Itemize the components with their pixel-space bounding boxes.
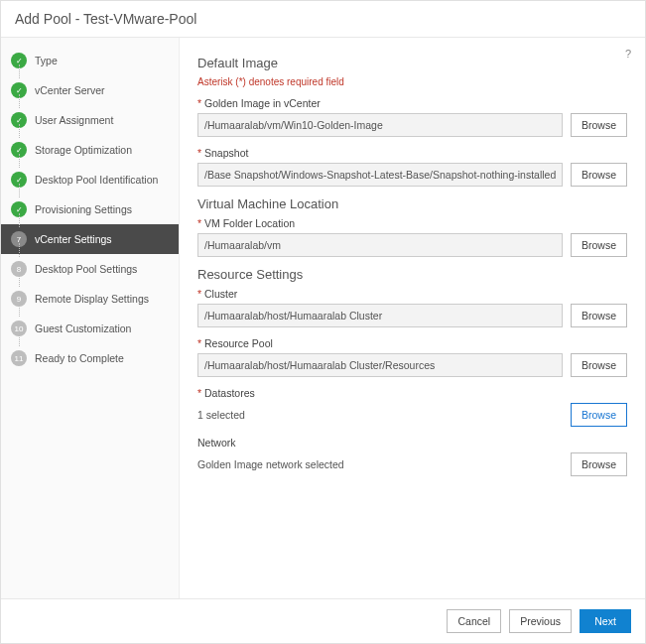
step-number-badge: 11 bbox=[11, 350, 27, 366]
datastores-label: Datastores bbox=[197, 387, 627, 399]
wizard-step-11[interactable]: 11Ready to Complete bbox=[1, 343, 179, 373]
dialog-body: ✓Type✓vCenter Server✓User Assignment✓Sto… bbox=[1, 38, 645, 598]
step-label: Type bbox=[35, 55, 58, 66]
wizard-step-9[interactable]: 9Remote Display Settings bbox=[1, 284, 179, 314]
network-value: Golden Image network selected bbox=[197, 458, 563, 470]
cluster-label: Cluster bbox=[197, 288, 627, 300]
network-browse-button[interactable]: Browse bbox=[571, 452, 627, 476]
vm-folder-input[interactable] bbox=[197, 233, 563, 257]
datastores-value: 1 selected bbox=[197, 409, 563, 421]
cluster-input[interactable] bbox=[197, 304, 563, 327]
help-icon[interactable]: ? bbox=[625, 48, 631, 60]
step-label: Desktop Pool Settings bbox=[35, 263, 137, 275]
cluster-browse-button[interactable]: Browse bbox=[571, 304, 627, 327]
golden-image-label: Golden Image in vCenter bbox=[197, 97, 627, 109]
wizard-step-1[interactable]: ✓Type bbox=[1, 46, 179, 75]
step-label: vCenter Server bbox=[35, 84, 105, 96]
dialog-footer: Cancel Previous Next bbox=[1, 598, 645, 643]
resource-pool-browse-button[interactable]: Browse bbox=[571, 353, 627, 377]
step-label: vCenter Settings bbox=[35, 233, 112, 245]
wizard-step-8[interactable]: 8Desktop Pool Settings bbox=[1, 254, 179, 284]
step-label: Remote Display Settings bbox=[35, 293, 149, 305]
section-default-image: Default Image bbox=[197, 56, 627, 70]
step-label: Storage Optimization bbox=[35, 144, 132, 156]
step-label: Desktop Pool Identification bbox=[35, 174, 158, 186]
network-label: Network bbox=[197, 437, 627, 449]
cancel-button[interactable]: Cancel bbox=[447, 609, 501, 633]
add-pool-dialog: Add Pool - Test-VMware-Pool ✓Type✓vCente… bbox=[0, 0, 646, 644]
vm-folder-browse-button[interactable]: Browse bbox=[571, 233, 627, 257]
wizard-step-3[interactable]: ✓User Assignment bbox=[1, 105, 179, 135]
snapshot-label: Snapshot bbox=[197, 147, 627, 159]
required-note: Asterisk (*) denotes required field bbox=[197, 76, 627, 87]
resource-pool-input[interactable] bbox=[197, 353, 563, 377]
resource-pool-label: Resource Pool bbox=[197, 337, 627, 349]
next-button[interactable]: Next bbox=[580, 609, 631, 633]
step-label: Provisioning Settings bbox=[35, 203, 132, 215]
previous-button[interactable]: Previous bbox=[509, 609, 572, 633]
wizard-steps: ✓Type✓vCenter Server✓User Assignment✓Sto… bbox=[1, 38, 180, 598]
wizard-step-5[interactable]: ✓Desktop Pool Identification bbox=[1, 165, 179, 194]
section-resource-settings: Resource Settings bbox=[197, 267, 627, 282]
dialog-title: Add Pool - Test-VMware-Pool bbox=[15, 11, 196, 27]
vm-folder-label: VM Folder Location bbox=[197, 217, 627, 229]
wizard-step-7[interactable]: 7vCenter Settings bbox=[1, 224, 179, 254]
golden-image-input[interactable] bbox=[197, 113, 563, 137]
step-label: User Assignment bbox=[35, 114, 113, 126]
content-panel: ? Default Image Asterisk (*) denotes req… bbox=[180, 38, 645, 598]
datastores-browse-button[interactable]: Browse bbox=[571, 403, 627, 427]
snapshot-input[interactable] bbox=[197, 163, 563, 187]
step-label: Guest Customization bbox=[35, 322, 131, 334]
golden-image-browse-button[interactable]: Browse bbox=[571, 113, 627, 137]
step-label: Ready to Complete bbox=[35, 352, 124, 364]
wizard-step-2[interactable]: ✓vCenter Server bbox=[1, 75, 179, 105]
section-vm-location: Virtual Machine Location bbox=[197, 196, 627, 211]
dialog-header: Add Pool - Test-VMware-Pool bbox=[1, 1, 645, 38]
snapshot-browse-button[interactable]: Browse bbox=[571, 163, 627, 187]
wizard-step-6[interactable]: ✓Provisioning Settings bbox=[1, 194, 179, 224]
wizard-step-10[interactable]: 10Guest Customization bbox=[1, 314, 179, 343]
wizard-step-4[interactable]: ✓Storage Optimization bbox=[1, 135, 179, 165]
